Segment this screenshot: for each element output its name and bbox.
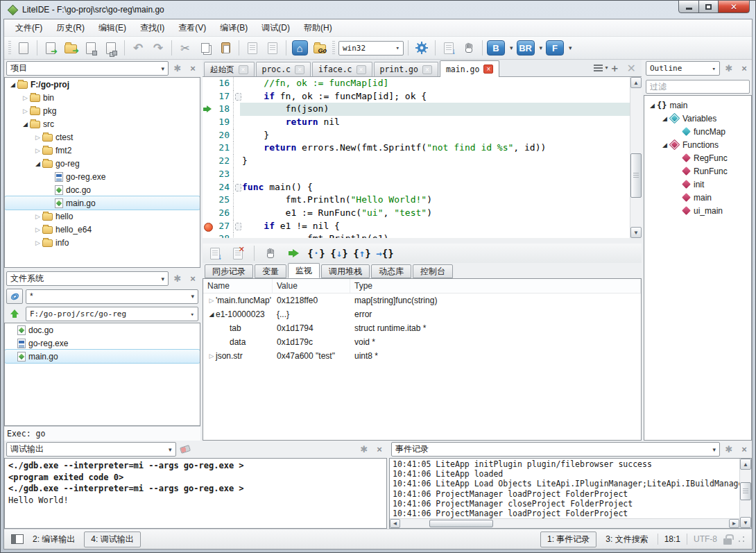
scrollbar-track[interactable] <box>400 519 729 528</box>
panel-gear-icon[interactable]: ✱ <box>358 443 370 456</box>
outline-item[interactable]: ui_main <box>644 204 751 217</box>
watch-row[interactable]: data0x1d179cvoid * <box>203 335 641 349</box>
editor-tab[interactable]: main.go× <box>440 60 499 77</box>
collapsed-arrow-icon[interactable]: ▷ <box>33 134 42 141</box>
paste-button[interactable] <box>216 39 234 57</box>
breakpoint-icon[interactable] <box>203 220 213 233</box>
editor-tab[interactable]: proc.c× <box>256 62 311 76</box>
code-line[interactable]: 27 if e1 != nil { <box>203 220 630 233</box>
debug-output-text[interactable]: <./gdb.exe --interpreter=mi --args go-re… <box>5 459 386 528</box>
watch-row[interactable]: ▷'main.funcMap'0x1218ffe0map[string]func… <box>203 293 641 307</box>
filesystem-item[interactable]: main.go <box>5 350 200 363</box>
expanded-arrow-icon[interactable]: ◢ <box>8 81 17 88</box>
debug-tab[interactable]: 动态库 <box>371 264 411 278</box>
collapsed-arrow-icon[interactable]: ▷ <box>21 94 30 101</box>
close-tab-icon[interactable]: ✕ <box>627 62 636 75</box>
panel-close-icon[interactable]: × <box>187 273 199 285</box>
editor-tab[interactable]: 起始页× <box>204 62 255 76</box>
watch-row[interactable]: ▷json.str0x47a600 "test"uint8 * <box>203 349 641 363</box>
code-line[interactable]: 22} <box>203 155 630 168</box>
toggle-panes-icon[interactable] <box>11 534 24 544</box>
debug-tab[interactable]: 同步记录 <box>205 264 253 278</box>
step-over-button[interactable]: {·} <box>307 244 325 262</box>
collapsed-arrow-icon[interactable]: ▷ <box>33 239 42 246</box>
menu-item[interactable]: 调试(D) <box>255 20 297 36</box>
outline-item[interactable]: RegFunc <box>644 151 751 164</box>
title-bar[interactable]: LiteIDE - F:\go-proj\src\go-reg\main.go … <box>3 1 753 19</box>
watch-row[interactable]: tab0x1d1794struct runtime.itab * <box>203 321 641 335</box>
code-editor[interactable]: 16 //fn, ok := funcMap[id]17 if fn, ok :… <box>203 77 642 238</box>
code-line[interactable]: 24func main() { <box>203 181 630 194</box>
cut-button[interactable]: ✂ <box>176 39 194 57</box>
redo-button[interactable]: ↷ <box>149 39 167 57</box>
project-tree-item[interactable]: ▷info <box>5 236 200 249</box>
scroll-right-icon[interactable]: ► <box>729 519 739 528</box>
panel-close-icon[interactable]: × <box>187 62 199 75</box>
panel-gear-icon[interactable]: ✱ <box>723 443 735 456</box>
editor-scrollbar[interactable]: ▲ ▼ <box>630 77 642 238</box>
filesystem-item[interactable]: doc.go <box>5 323 200 337</box>
debug-tab[interactable]: 调用堆栈 <box>321 264 370 278</box>
code-area[interactable]: 16 //fn, ok := funcMap[id]17 if fn, ok :… <box>203 77 630 238</box>
project-panel-select[interactable]: 项目 ▾ <box>6 61 169 76</box>
build-button[interactable]: B <box>487 39 505 57</box>
scroll-up-icon[interactable]: ▲ <box>740 459 751 470</box>
expanded-arrow-icon[interactable]: ◢ <box>648 102 657 109</box>
project-tree-item[interactable]: doc.go <box>5 183 200 196</box>
project-tree-item[interactable]: ◢go-reg <box>5 157 200 170</box>
debug-output-pane-button[interactable]: 4: 调试输出 <box>84 531 140 547</box>
outline-item[interactable]: RunFunc <box>644 164 751 178</box>
expanded-arrow-icon[interactable]: ◢ <box>33 160 42 167</box>
fold-marker[interactable] <box>233 90 240 103</box>
watch-row[interactable]: ◢e1-10000023{...}error <box>203 307 641 321</box>
collapsed-arrow-icon[interactable]: ▷ <box>33 213 42 220</box>
editor-tab[interactable]: print.go× <box>374 62 438 76</box>
code-line[interactable]: 23 <box>203 168 630 181</box>
collapsed-arrow-icon[interactable]: ▷ <box>21 108 30 114</box>
run-to-line-button[interactable]: →{} <box>376 244 394 262</box>
panel-close-icon[interactable]: × <box>738 62 750 75</box>
project-tree-item[interactable]: ▷hello <box>5 210 200 223</box>
sync-doc-button[interactable]: ↓ <box>440 39 458 57</box>
code-line[interactable]: 17 if fn, ok := funcMap[id]; ok { <box>203 90 630 103</box>
event-log-hscrollbar[interactable]: ◄ ► <box>390 518 739 528</box>
save-file-button[interactable] <box>82 39 100 57</box>
code-line[interactable]: 25 fmt.Println("Hello World!") <box>203 194 630 207</box>
save-all-button[interactable] <box>102 39 120 57</box>
collapsed-arrow-icon[interactable]: ▷ <box>33 226 42 233</box>
scroll-down-icon[interactable]: ▼ <box>630 227 642 238</box>
tab-close-icon[interactable]: × <box>295 65 304 74</box>
project-tree-item[interactable]: ◢src <box>5 117 200 130</box>
continue-button[interactable] <box>284 244 302 262</box>
open-file-button[interactable]: ➜ <box>42 39 60 57</box>
scrollbar-thumb[interactable] <box>630 153 642 198</box>
event-log-text[interactable]: 10:41:05 LiteApp initPlugin plugin/fileb… <box>390 459 739 518</box>
debug-output-select[interactable]: 调试输出 ▾ <box>6 442 176 457</box>
debug-tab[interactable]: 控制台 <box>413 264 453 278</box>
outline-item[interactable]: ◢Variables <box>644 112 751 125</box>
outline-item[interactable]: main <box>644 191 751 204</box>
file-search-pane-button[interactable]: 3: 文件搜索 <box>603 532 651 547</box>
expanded-arrow-icon[interactable]: ◢ <box>660 115 669 122</box>
scrollbar-thumb[interactable] <box>740 482 751 500</box>
menu-item[interactable]: 编译(B) <box>213 20 255 36</box>
step-into-button[interactable]: {↓} <box>330 244 348 262</box>
panel-gear-icon[interactable]: ✱ <box>723 62 735 75</box>
outline-item[interactable]: ◢{}main <box>644 99 751 112</box>
project-tree-item[interactable]: ▷pkg <box>5 104 200 117</box>
project-tree-item[interactable]: ▷ctest <box>5 130 200 144</box>
copy-button[interactable] <box>196 39 214 57</box>
panel-close-icon[interactable]: × <box>373 443 386 456</box>
filesystem-item[interactable]: go-reg.exe <box>5 337 200 350</box>
filesystem-path-select[interactable]: F:/go-proj/src/go-reg ▾ <box>26 307 198 321</box>
home-button[interactable]: ⌂ <box>291 39 309 57</box>
project-tree-item[interactable]: ▷hello_e64 <box>5 223 200 236</box>
menu-item[interactable]: 文件(F) <box>8 20 49 36</box>
debug-tab[interactable]: 监视 <box>288 263 320 278</box>
panel-gear-icon[interactable]: ✱ <box>171 273 184 285</box>
outline-item[interactable]: init <box>644 178 751 191</box>
code-line[interactable]: 16 //fn, ok := funcMap[id] <box>203 77 630 90</box>
collapsed-arrow-icon[interactable]: ▷ <box>207 352 216 359</box>
menu-item[interactable]: 编辑(E) <box>92 20 133 36</box>
debug-tab[interactable]: 变量 <box>255 264 286 278</box>
